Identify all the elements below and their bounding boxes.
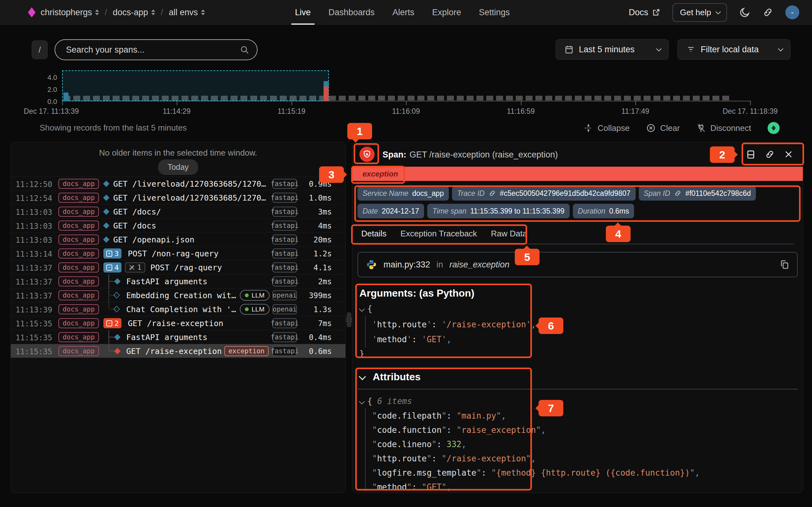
- service-badge: docs_app: [58, 179, 99, 189]
- list-item[interactable]: 11:13:37docs_appFastAPI argumentsfastapi…: [11, 274, 345, 288]
- row-timestamp: 11:12:50: [15, 180, 52, 189]
- list-item[interactable]: 11:13:39docs_appChat Completion with '…L…: [11, 302, 345, 316]
- code-token: /raise-exception: [447, 454, 526, 463]
- framework-badge: fastapi: [272, 179, 297, 189]
- time-range-label: Last 5 minutes: [579, 45, 635, 55]
- row-timestamp: 11:13:14: [15, 250, 52, 259]
- list-item[interactable]: 11:13:03docs_appGET /openapi.jsonfastapi…: [11, 232, 345, 246]
- plus-square-icon: +: [106, 250, 112, 257]
- org-selector[interactable]: christophergs: [41, 8, 99, 17]
- top-nav: christophergs / docs-app / all envs Live…: [0, 0, 812, 25]
- list-item[interactable]: 11:15:35docs_app−2GET /raise-exceptionfa…: [11, 316, 345, 330]
- code-token: :: [412, 482, 421, 492]
- service-badge: docs_app: [58, 304, 99, 314]
- span-name: POST /rag-query: [150, 263, 222, 272]
- list-item[interactable]: 11:13:37docs_app−41POST /rag-queryfastap…: [11, 260, 345, 274]
- meta-pill-span-id[interactable]: Span ID#f0110e542c798c6d: [639, 186, 756, 201]
- code-token: ,: [447, 335, 452, 344]
- expand-count-badge[interactable]: +3: [103, 248, 121, 259]
- tab-live[interactable]: Live: [295, 0, 311, 25]
- link-icon: [674, 189, 681, 197]
- code-token: /raise-exception: [447, 320, 526, 329]
- panel-resize-handle[interactable]: ⋮⋮: [347, 312, 351, 327]
- span-duration: 4ms: [318, 222, 332, 230]
- chevron-down-icon: [716, 9, 721, 14]
- get-help-button[interactable]: Get help: [672, 3, 727, 22]
- collapse-count-badge[interactable]: −4: [103, 262, 121, 273]
- meta-pill-trace-id[interactable]: Trace ID#c5ec5005042796e91d5db42ca9fd980…: [452, 186, 635, 201]
- showing-records-text: Showing records from the last 5 minutes: [40, 123, 187, 133]
- span-duration: 3ms: [318, 208, 332, 216]
- framework-badge: fastapi: [272, 221, 297, 231]
- row-timestamp: 11:13:39: [15, 305, 52, 314]
- code-token: :: [481, 468, 491, 477]
- today-button[interactable]: Today: [158, 159, 198, 175]
- span-name: FastAPI arguments: [126, 333, 207, 342]
- service-badge: docs_app: [58, 207, 99, 217]
- pending-edit-badge: 1: [125, 262, 145, 273]
- code-token: ': [372, 335, 377, 344]
- tab-explore[interactable]: Explore: [432, 0, 461, 25]
- spans-timeline-chart[interactable]: 4.02.00.0Dec 17. 11:13:3911:14:2911:15:1…: [0, 67, 812, 118]
- attrs-entry: "http.route": "/raise-exception",: [372, 454, 536, 463]
- meta-pill-duration: Duration0.6ms: [573, 204, 635, 218]
- logfire-logo[interactable]: [28, 7, 36, 17]
- dock-panel-button[interactable]: [746, 149, 756, 159]
- tab-dashboards[interactable]: Dashboards: [328, 0, 375, 25]
- code-token: :: [437, 440, 447, 449]
- tab-details[interactable]: Details: [361, 225, 386, 244]
- filter-button[interactable]: Filter local data: [677, 39, 791, 60]
- list-item[interactable]: 11:15:35docs_appFastAPI argumentsfastapi…: [11, 330, 345, 344]
- annotation-marker-3: 3: [319, 166, 344, 183]
- list-item[interactable]: 11:13:03docs_appGET /docs/fastapi3ms: [11, 205, 345, 218]
- meta-value: 2024-12-17: [382, 207, 419, 216]
- list-item[interactable]: 11:15:35docs_appGET /raise-exception …ex…: [11, 344, 345, 358]
- attributes-heading[interactable]: Attributes: [359, 371, 420, 383]
- records-controls: Collapse Clear Disconnect: [583, 118, 780, 138]
- code-token: http.route: [377, 320, 427, 329]
- annotation-marker-7: 7: [539, 400, 563, 416]
- attrs-entry: "code.function": "raise_exception",: [372, 425, 546, 435]
- meta-pill-service-name: Service Namedocs_app: [357, 186, 449, 201]
- theme-toggle-button[interactable]: [739, 7, 751, 18]
- span-duration: 20ms: [313, 235, 332, 244]
- annotation-marker-5: 5: [515, 249, 540, 265]
- service-badge: docs_app: [58, 248, 99, 259]
- project-selector[interactable]: docs-app: [113, 8, 155, 17]
- code-function-name: raise_exception: [450, 260, 509, 270]
- tab-raw-data[interactable]: Raw Data: [491, 225, 527, 244]
- collapse-count-badge[interactable]: −2: [103, 318, 121, 328]
- clear-icon: [646, 123, 656, 133]
- tab-alerts[interactable]: Alerts: [392, 0, 414, 25]
- code-token: ,: [447, 482, 452, 492]
- share-link-button[interactable]: [763, 7, 773, 18]
- search-input[interactable]: [55, 45, 240, 55]
- disconnect-button[interactable]: Disconnect: [696, 123, 751, 133]
- y-axis-label: 2.0: [35, 86, 57, 94]
- copy-link-button[interactable]: [765, 149, 775, 159]
- list-item[interactable]: 11:13:14docs_app+3POST /non-rag-queryfas…: [11, 246, 345, 260]
- row-timestamp: 11:15:35: [15, 333, 52, 342]
- clear-button[interactable]: Clear: [646, 123, 680, 133]
- list-item[interactable]: 11:13:37docs_appEmbedding Creation wit…L…: [11, 288, 345, 302]
- env-selector[interactable]: all envs: [169, 8, 205, 17]
- tab-settings[interactable]: Settings: [479, 0, 510, 25]
- code-token: ": [442, 482, 447, 492]
- span-duration: 4.1s: [313, 263, 332, 272]
- code-token: {: [367, 396, 377, 406]
- docs-link[interactable]: Docs: [629, 8, 660, 17]
- records-bar: Showing records from the last 5 minutes …: [0, 118, 812, 138]
- list-item[interactable]: 11:13:03docs_appGET /docsfastapi4ms: [11, 218, 345, 232]
- copy-code-location-button[interactable]: [779, 260, 790, 270]
- list-item[interactable]: 11:12:50docs_appGET /livereload/12703636…: [11, 176, 345, 190]
- avatar[interactable]: -: [785, 5, 799, 19]
- time-range-button[interactable]: Last 5 minutes: [556, 39, 669, 60]
- tab-exception-traceback[interactable]: Exception Traceback: [400, 225, 477, 244]
- time-selection-window[interactable]: [62, 70, 329, 101]
- list-item[interactable]: 11:12:54docs_appGET /livereload/12703636…: [11, 190, 345, 205]
- close-panel-button[interactable]: [784, 150, 793, 159]
- collapse-button[interactable]: Collapse: [583, 123, 629, 133]
- args-open-brace: {: [359, 304, 372, 314]
- breadcrumb-separator: /: [104, 8, 108, 17]
- framework-badge: fastapi: [272, 234, 297, 245]
